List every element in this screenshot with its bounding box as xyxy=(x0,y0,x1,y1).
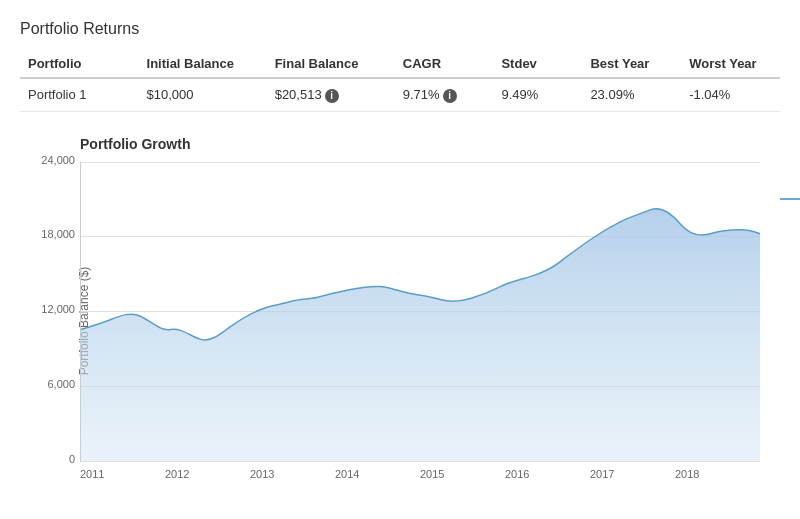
table-row: Portfolio 1$10,000$20,513i9.71%i9.49%23.… xyxy=(20,78,780,111)
x-label-2012: 2012 xyxy=(165,468,189,480)
y-tick-6000: 6,000 xyxy=(31,378,75,390)
x-label-2014: 2014 xyxy=(335,468,359,480)
x-label-2016: 2016 xyxy=(505,468,529,480)
cell-portfolio: Portfolio 1 xyxy=(20,78,139,111)
cell-cagr: 9.71%i xyxy=(395,78,494,111)
x-label-2017: 2017 xyxy=(590,468,614,480)
cell-final-info-icon[interactable]: i xyxy=(325,89,339,103)
cell-best-year: 23.09% xyxy=(582,78,681,111)
chart-container: Portfolio Growth Portfolio Balance ($) 2… xyxy=(20,136,780,510)
returns-table: Portfolio Initial Balance Final Balance … xyxy=(20,50,780,112)
col-header-initial: Initial Balance xyxy=(139,50,267,78)
page-title: Portfolio Returns xyxy=(20,20,780,38)
y-tick-0: 0 xyxy=(31,453,75,465)
chart-area: 24,000 18,000 12,000 6,000 0 xyxy=(80,162,760,462)
chart-svg xyxy=(81,162,760,461)
legend-line xyxy=(780,198,800,200)
x-label-2018: 2018 xyxy=(675,468,699,480)
col-header-portfolio: Portfolio xyxy=(20,50,139,78)
col-header-worst-year: Worst Year xyxy=(681,50,780,78)
x-label-2013: 2013 xyxy=(250,468,274,480)
cell-final: $20,513i xyxy=(267,78,395,111)
col-header-best-year: Best Year xyxy=(582,50,681,78)
col-header-cagr: CAGR xyxy=(395,50,494,78)
chart-title: Portfolio Growth xyxy=(80,136,780,152)
col-header-final: Final Balance xyxy=(267,50,395,78)
cell-initial: $10,000 xyxy=(139,78,267,111)
y-tick-12000: 12,000 xyxy=(31,303,75,315)
y-tick-18000: 18,000 xyxy=(31,228,75,240)
chart-legend: Portfolio 1 xyxy=(780,192,800,206)
x-label-2011: 2011 xyxy=(80,468,104,480)
x-label-2015: 2015 xyxy=(420,468,444,480)
col-header-stdev: Stdev xyxy=(493,50,582,78)
x-axis-labels: 2011 2012 2013 2014 2015 2016 2017 2018 xyxy=(80,468,760,480)
cell-cagr-info-icon[interactable]: i xyxy=(443,89,457,103)
y-tick-24000: 24,000 xyxy=(31,154,75,166)
cell-stdev: 9.49% xyxy=(493,78,582,111)
cell-worst-year: -1.04% xyxy=(681,78,780,111)
